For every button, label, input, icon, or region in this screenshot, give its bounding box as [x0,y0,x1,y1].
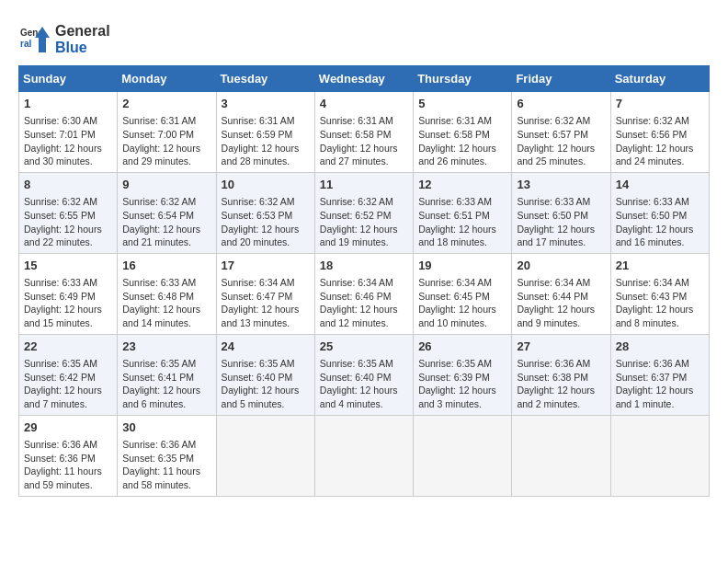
sunrise-label: Sunrise: 6:32 AM [24,196,97,207]
column-header-monday: Monday [118,66,216,92]
daylight-label: Daylight: 12 hours and 12 minutes. [320,304,398,328]
logo-svg: Gene ral [18,23,51,56]
sunrise-label: Sunrise: 6:31 AM [222,115,295,126]
sunset-label: Sunset: 6:43 PM [616,291,688,302]
calendar-cell: 17Sunrise: 6:34 AMSunset: 6:47 PMDayligh… [216,253,314,334]
daylight-label: Daylight: 12 hours and 2 minutes. [517,385,595,409]
day-number: 23 [122,339,210,355]
calendar-cell [216,415,314,496]
sunrise-label: Sunrise: 6:31 AM [122,115,196,126]
calendar-header-row: SundayMondayTuesdayWednesdayThursdayFrid… [19,66,710,92]
day-number: 25 [320,339,408,355]
logo: Gene ral General Blue [18,23,110,56]
calendar-cell: 13Sunrise: 6:33 AMSunset: 6:50 PMDayligh… [512,172,610,253]
sunset-label: Sunset: 6:58 PM [320,129,392,140]
daylight-label: Daylight: 12 hours and 1 minute. [616,385,694,409]
daylight-label: Daylight: 11 hours and 59 minutes. [24,465,102,490]
daylight-label: Daylight: 12 hours and 16 minutes. [616,224,694,248]
logo-text-line1: General [55,23,110,40]
calendar-table: SundayMondayTuesdayWednesdayThursdayFrid… [18,65,710,497]
sunset-label: Sunset: 6:35 PM [122,453,194,464]
sunrise-label: Sunrise: 6:31 AM [320,115,393,126]
day-number: 5 [418,96,506,112]
calendar-cell: 4Sunrise: 6:31 AMSunset: 6:58 PMDaylight… [314,92,413,173]
day-number: 9 [122,177,210,193]
sunset-label: Sunset: 6:37 PM [616,372,688,383]
daylight-label: Daylight: 12 hours and 9 minutes. [517,304,595,328]
sunrise-label: Sunrise: 6:33 AM [418,196,492,207]
daylight-label: Daylight: 12 hours and 14 minutes. [122,304,200,328]
calendar-cell: 28Sunrise: 6:36 AMSunset: 6:37 PMDayligh… [610,334,709,415]
sunrise-label: Sunrise: 6:30 AM [24,115,97,126]
day-number: 3 [222,96,310,112]
sunset-label: Sunset: 6:44 PM [517,291,588,302]
sunset-label: Sunset: 7:01 PM [24,129,96,140]
sunset-label: Sunset: 7:00 PM [122,129,194,140]
day-number: 11 [320,177,408,193]
calendar-cell: 14Sunrise: 6:33 AMSunset: 6:50 PMDayligh… [610,172,709,253]
daylight-label: Daylight: 12 hours and 29 minutes. [122,143,200,167]
calendar-week-row: 29Sunrise: 6:36 AMSunset: 6:36 PMDayligh… [19,415,710,496]
daylight-label: Daylight: 12 hours and 21 minutes. [122,224,200,248]
sunset-label: Sunset: 6:38 PM [517,372,588,383]
sunset-label: Sunset: 6:56 PM [616,129,688,140]
sunrise-label: Sunrise: 6:32 AM [616,115,689,126]
daylight-label: Daylight: 12 hours and 3 minutes. [418,385,496,409]
calendar-week-row: 1Sunrise: 6:30 AMSunset: 7:01 PMDaylight… [19,92,710,173]
calendar-cell: 24Sunrise: 6:35 AMSunset: 6:40 PMDayligh… [216,334,314,415]
calendar-cell: 8Sunrise: 6:32 AMSunset: 6:55 PMDaylight… [19,172,118,253]
day-number: 13 [517,177,605,193]
svg-text:ral: ral [20,39,31,49]
calendar-cell: 21Sunrise: 6:34 AMSunset: 6:43 PMDayligh… [610,253,709,334]
calendar-cell: 18Sunrise: 6:34 AMSunset: 6:46 PMDayligh… [314,253,413,334]
day-number: 17 [222,258,310,274]
calendar-cell: 23Sunrise: 6:35 AMSunset: 6:41 PMDayligh… [118,334,216,415]
day-number: 18 [320,258,408,274]
daylight-label: Daylight: 12 hours and 27 minutes. [320,143,398,167]
calendar-cell: 3Sunrise: 6:31 AMSunset: 6:59 PMDaylight… [216,92,314,173]
sunrise-label: Sunrise: 6:34 AM [616,277,689,288]
calendar-cell: 6Sunrise: 6:32 AMSunset: 6:57 PMDaylight… [512,92,610,173]
day-number: 4 [320,96,408,112]
day-number: 10 [222,177,310,193]
sunset-label: Sunset: 6:47 PM [222,291,293,302]
sunrise-label: Sunrise: 6:36 AM [122,439,196,450]
sunset-label: Sunset: 6:59 PM [222,129,293,140]
sunset-label: Sunset: 6:40 PM [222,372,293,383]
sunrise-label: Sunrise: 6:36 AM [517,358,590,369]
sunrise-label: Sunrise: 6:33 AM [24,277,97,288]
day-number: 7 [616,96,704,112]
sunset-label: Sunset: 6:50 PM [517,210,588,221]
daylight-label: Daylight: 12 hours and 26 minutes. [418,143,496,167]
sunrise-label: Sunrise: 6:32 AM [222,196,295,207]
calendar-cell: 9Sunrise: 6:32 AMSunset: 6:54 PMDaylight… [118,172,216,253]
day-number: 30 [122,419,210,436]
day-number: 29 [24,419,112,436]
daylight-label: Daylight: 12 hours and 5 minutes. [222,385,300,409]
sunset-label: Sunset: 6:39 PM [418,372,490,383]
day-number: 26 [418,339,506,355]
sunset-label: Sunset: 6:41 PM [122,372,194,383]
sunset-label: Sunset: 6:51 PM [418,210,490,221]
day-number: 21 [616,258,704,274]
daylight-label: Daylight: 12 hours and 4 minutes. [320,385,398,409]
daylight-label: Daylight: 12 hours and 8 minutes. [616,304,694,328]
day-number: 16 [122,258,210,274]
day-number: 12 [418,177,506,193]
column-header-sunday: Sunday [19,66,118,92]
day-number: 20 [517,258,605,274]
calendar-cell [314,415,413,496]
sunset-label: Sunset: 6:45 PM [418,291,490,302]
sunset-label: Sunset: 6:55 PM [24,210,96,221]
sunset-label: Sunset: 6:36 PM [24,453,96,464]
calendar-cell: 20Sunrise: 6:34 AMSunset: 6:44 PMDayligh… [512,253,610,334]
calendar-cell: 19Sunrise: 6:34 AMSunset: 6:45 PMDayligh… [414,253,512,334]
daylight-label: Daylight: 12 hours and 19 minutes. [320,224,398,248]
calendar-cell: 16Sunrise: 6:33 AMSunset: 6:48 PMDayligh… [118,253,216,334]
daylight-label: Daylight: 12 hours and 25 minutes. [517,143,595,167]
sunset-label: Sunset: 6:40 PM [320,372,392,383]
day-number: 19 [418,258,506,274]
calendar-cell [414,415,512,496]
sunset-label: Sunset: 6:53 PM [222,210,293,221]
sunset-label: Sunset: 6:54 PM [122,210,194,221]
